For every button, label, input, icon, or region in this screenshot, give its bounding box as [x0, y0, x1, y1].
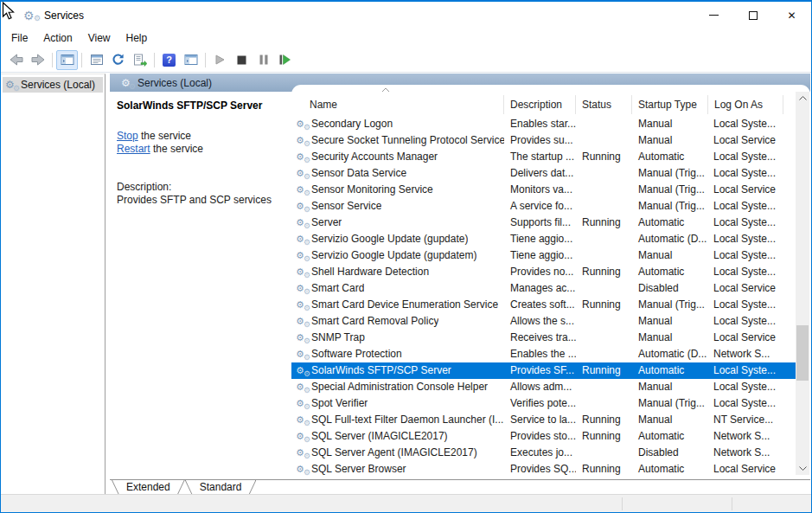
- back-button[interactable]: [5, 50, 27, 70]
- service-row[interactable]: ⚙⚙Servizio Google Update (gupdatem)Tiene…: [291, 247, 796, 264]
- services-window: ⚙⚙ Services ✕ File Action View Help: [0, 0, 812, 513]
- cell-log-on-as: Local Syste...: [708, 297, 783, 313]
- minimize-button[interactable]: [694, 2, 733, 29]
- maximize-button[interactable]: [733, 2, 772, 29]
- service-row[interactable]: ⚙⚙SQL Server (IMAGICLE2017)Provides sto.…: [291, 428, 796, 445]
- cell-description: Verifies pote...: [504, 395, 576, 412]
- close-button[interactable]: ✕: [772, 2, 811, 29]
- show-console-tree-button[interactable]: [56, 50, 78, 70]
- vertical-scrollbar[interactable]: [796, 92, 809, 475]
- service-row[interactable]: ⚙⚙SNMP TrapReceives tra...ManualLocal Se…: [291, 330, 796, 346]
- menu-help[interactable]: Help: [118, 29, 156, 47]
- restart-service-button[interactable]: [274, 50, 296, 70]
- scroll-up-button[interactable]: [796, 92, 809, 105]
- service-row[interactable]: ⚙⚙Sensor Monitoring ServiceMonitors va..…: [291, 182, 796, 198]
- service-row[interactable]: ⚙⚙Smart CardManages ac...DisabledLocal S…: [291, 280, 796, 297]
- service-row[interactable]: ⚙⚙Smart Card Removal PolicyAllows the s.…: [291, 313, 796, 330]
- cell-startup-type: Manual (Trig...: [632, 198, 708, 215]
- scrollbar-thumb[interactable]: [796, 325, 809, 381]
- service-name: SQL Server Agent (IMAGICLE2017): [311, 445, 477, 461]
- service-row[interactable]: ⚙⚙SQL Server BrowserProvides SQ...Runnin…: [291, 461, 796, 478]
- cell-startup-type: Manual (Trig...: [632, 395, 708, 412]
- service-name: Smart Card Removal Policy: [311, 313, 438, 330]
- stop-service-button[interactable]: [231, 50, 253, 70]
- export-list-button[interactable]: [129, 50, 150, 70]
- service-gear-icon: ⚙⚙: [296, 465, 309, 474]
- cell-name: ⚙⚙Smart Card Removal Policy: [291, 313, 504, 330]
- column-header-startup-type[interactable]: Startup Type: [632, 95, 708, 114]
- minimize-icon: [709, 15, 719, 16]
- restart-service-link[interactable]: Restart: [117, 143, 150, 155]
- cell-log-on-as: NT Service...: [708, 412, 783, 428]
- service-row[interactable]: ⚙⚙Sensor ServiceA service fo...Manual (T…: [291, 198, 796, 215]
- service-name: Sensor Data Service: [311, 165, 406, 182]
- cell-startup-type: Automatic (D...: [632, 231, 708, 247]
- play-icon: [215, 55, 225, 65]
- menu-file[interactable]: File: [3, 29, 35, 47]
- service-gear-icon: ⚙⚙: [296, 382, 309, 392]
- service-row[interactable]: ⚙⚙Secure Socket Tunneling Protocol Servi…: [291, 132, 796, 149]
- start-service-button[interactable]: [209, 50, 231, 70]
- cell-name: ⚙⚙SNMP Trap: [291, 330, 504, 346]
- stop-icon: [237, 55, 246, 65]
- service-name: SNMP Trap: [311, 330, 365, 346]
- cell-startup-type: Automatic: [632, 264, 708, 280]
- cell-description: Allows the s...: [504, 313, 576, 330]
- main-panel: ⚙⚙ Services (Local) SolarWinds SFTP/SCP …: [110, 74, 810, 512]
- column-header-status[interactable]: Status: [576, 95, 632, 114]
- service-row[interactable]: ⚙⚙Servizio Google Update (gupdate)Tiene …: [291, 231, 796, 247]
- help-button[interactable]: ?: [158, 50, 180, 70]
- service-row[interactable]: ⚙⚙Shell Hardware DetectionProvides no...…: [291, 264, 796, 280]
- cell-name: ⚙⚙Sensor Service: [291, 198, 504, 215]
- column-header-name[interactable]: Name: [291, 95, 504, 114]
- service-row[interactable]: ⚙⚙Secondary LogonEnables star...ManualLo…: [291, 116, 796, 132]
- service-row[interactable]: ⚙⚙Software ProtectionEnables the ...Auto…: [291, 346, 796, 362]
- pause-service-button[interactable]: [253, 50, 274, 70]
- scroll-down-button[interactable]: [796, 462, 809, 475]
- tree-item-services-local[interactable]: ⚙⚙ Services (Local): [3, 77, 103, 93]
- service-gear-icon: ⚙⚙: [296, 136, 309, 145]
- service-row[interactable]: ⚙⚙SolarWinds SFTP/SCP ServerProvides SF.…: [291, 362, 796, 379]
- services-list-panel: Name Description Status Startup Type Log…: [291, 85, 810, 479]
- service-row[interactable]: ⚙⚙ServerSupports fil...RunningAutomaticL…: [291, 215, 796, 231]
- cell-log-on-as: Local Syste...: [708, 149, 783, 165]
- cell-log-on-as: Local Syste...: [708, 395, 783, 412]
- show-action-pane-button[interactable]: [180, 50, 201, 70]
- service-row[interactable]: ⚙⚙SQL Server Agent (IMAGICLE2017)Execute…: [291, 445, 796, 461]
- service-name: Sensor Service: [311, 198, 381, 215]
- menu-view[interactable]: View: [80, 29, 118, 47]
- column-header-description[interactable]: Description: [504, 95, 576, 114]
- service-name: SQL Server (IMAGICLE2017): [311, 428, 448, 445]
- service-gear-icon: ⚙⚙: [296, 284, 309, 293]
- cell-status: [576, 132, 632, 149]
- window-title: Services: [44, 10, 84, 22]
- properties-window-icon: [90, 54, 104, 66]
- stop-service-link[interactable]: Stop: [117, 130, 138, 142]
- cell-startup-type: Manual: [632, 247, 708, 264]
- cell-startup-type: Manual (Trig...: [632, 297, 708, 313]
- service-row[interactable]: ⚙⚙Security Accounts ManagerThe startup .…: [291, 149, 796, 165]
- cell-name: ⚙⚙Servizio Google Update (gupdate): [291, 231, 504, 247]
- cell-status: [576, 280, 632, 297]
- mouse-cursor-icon: [2, 2, 16, 21]
- cell-status: [576, 346, 632, 362]
- service-name: Sensor Monitoring Service: [311, 182, 433, 198]
- service-name: Spot Verifier: [311, 395, 368, 412]
- service-row[interactable]: ⚙⚙SQL Full-text Filter Daemon Launcher (…: [291, 412, 796, 428]
- forward-button[interactable]: [27, 50, 48, 70]
- cell-startup-type: Automatic: [632, 461, 708, 478]
- cell-description: Creates soft...: [504, 297, 576, 313]
- export-list-icon: [133, 54, 147, 67]
- cell-description: Service to la...: [504, 412, 576, 428]
- service-row[interactable]: ⚙⚙Special Administration Console HelperA…: [291, 379, 796, 395]
- cell-log-on-as: Local Syste...: [708, 116, 783, 132]
- forward-arrow-icon: [31, 54, 45, 66]
- service-gear-icon: ⚙⚙: [296, 218, 309, 228]
- refresh-button[interactable]: [107, 50, 129, 70]
- service-row[interactable]: ⚙⚙Spot VerifierVerifies pote...Manual (T…: [291, 395, 796, 412]
- service-row[interactable]: ⚙⚙Smart Card Device Enumeration ServiceC…: [291, 297, 796, 313]
- menu-action[interactable]: Action: [35, 29, 80, 47]
- column-header-log-on-as[interactable]: Log On As: [708, 95, 783, 114]
- properties-button[interactable]: [86, 50, 107, 70]
- service-row[interactable]: ⚙⚙Sensor Data ServiceDelivers dat...Manu…: [291, 165, 796, 182]
